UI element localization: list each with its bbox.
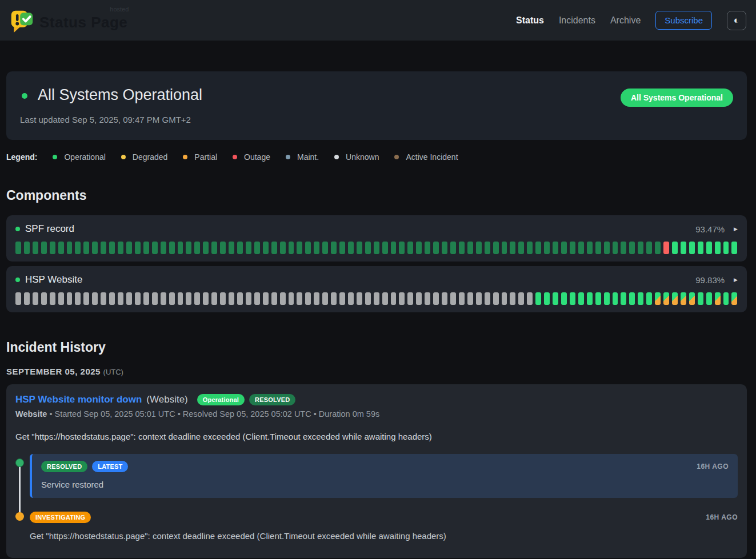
uptime-bar-operational-past[interactable] — [194, 242, 200, 254]
uptime-bar-operational[interactable] — [535, 292, 541, 305]
uptime-bar-unknown[interactable] — [382, 292, 388, 305]
uptime-bar-operational-past[interactable] — [314, 242, 319, 254]
uptime-bar-operational[interactable] — [544, 292, 550, 305]
uptime-bar-degraded-mixed[interactable] — [715, 292, 721, 305]
uptime-bar-operational-past[interactable] — [75, 242, 81, 254]
uptime-bar-unknown[interactable] — [67, 292, 73, 305]
uptime-bar-operational-past[interactable] — [237, 242, 243, 254]
uptime-bar-operational-past[interactable] — [527, 242, 533, 254]
uptime-bar-operational-past[interactable] — [271, 242, 277, 254]
uptime-bar-operational-past[interactable] — [178, 242, 183, 254]
uptime-bar-operational-past[interactable] — [365, 242, 371, 254]
uptime-bar-operational-past[interactable] — [109, 242, 115, 254]
uptime-bar-degraded-mixed[interactable] — [681, 292, 686, 305]
uptime-bar-operational-past[interactable] — [33, 242, 38, 254]
uptime-bar-unknown[interactable] — [194, 292, 200, 305]
uptime-bar-operational-past[interactable] — [41, 242, 47, 254]
uptime-bar-unknown[interactable] — [280, 292, 286, 305]
uptime-bar-unknown[interactable] — [126, 292, 132, 305]
theme-toggle-button[interactable]: ◐ — [727, 11, 746, 30]
uptime-bar-operational-past[interactable] — [254, 242, 260, 254]
uptime-bar-unknown[interactable] — [485, 292, 490, 305]
uptime-bar-operational[interactable] — [698, 242, 703, 254]
uptime-bar-unknown[interactable] — [211, 292, 217, 305]
uptime-bar-operational[interactable] — [553, 292, 558, 305]
uptime-bar-operational-past[interactable] — [561, 242, 567, 254]
uptime-bar-unknown[interactable] — [365, 292, 371, 305]
uptime-bar-unknown[interactable] — [399, 292, 405, 305]
uptime-bar-unknown[interactable] — [476, 292, 482, 305]
uptime-bar-unknown[interactable] — [391, 292, 397, 305]
uptime-bar-unknown[interactable] — [24, 292, 30, 305]
uptime-bar-operational-past[interactable] — [535, 242, 541, 254]
uptime-bar-operational-past[interactable] — [246, 242, 251, 254]
uptime-bar-operational[interactable] — [613, 292, 618, 305]
uptime-bar-unknown[interactable] — [357, 292, 362, 305]
uptime-bar-operational[interactable] — [689, 242, 695, 254]
uptime-bar-operational-past[interactable] — [646, 242, 652, 254]
uptime-bar-degraded-mixed[interactable] — [672, 292, 678, 305]
uptime-bar-unknown[interactable] — [518, 292, 524, 305]
uptime-bar-unknown[interactable] — [178, 292, 183, 305]
uptime-bar-unknown[interactable] — [92, 292, 98, 305]
uptime-bar-operational-past[interactable] — [442, 242, 447, 254]
uptime-bar-unknown[interactable] — [75, 292, 81, 305]
uptime-bar-unknown[interactable] — [169, 292, 175, 305]
uptime-bar-unknown[interactable] — [58, 292, 64, 305]
nav-archive[interactable]: Archive — [610, 15, 641, 26]
uptime-bar-unknown[interactable] — [467, 292, 473, 305]
uptime-bar-operational-past[interactable] — [450, 242, 456, 254]
uptime-bar-unknown[interactable] — [33, 292, 38, 305]
uptime-bar-unknown[interactable] — [109, 292, 115, 305]
uptime-bar-operational-past[interactable] — [58, 242, 64, 254]
uptime-bar-operational-past[interactable] — [24, 242, 30, 254]
uptime-bar-unknown[interactable] — [118, 292, 123, 305]
uptime-bar-operational-past[interactable] — [391, 242, 397, 254]
uptime-bar-operational-past[interactable] — [493, 242, 499, 254]
uptime-bar-unknown[interactable] — [254, 292, 260, 305]
uptime-bar-unknown[interactable] — [203, 292, 209, 305]
uptime-bar-operational[interactable] — [698, 292, 703, 305]
uptime-bar-operational-past[interactable] — [152, 242, 158, 254]
uptime-bar-operational-past[interactable] — [510, 242, 515, 254]
uptime-bar-operational-past[interactable] — [289, 242, 294, 254]
uptime-bar-operational-past[interactable] — [305, 242, 311, 254]
uptime-bar-unknown[interactable] — [143, 292, 149, 305]
uptime-bar-operational-past[interactable] — [67, 242, 73, 254]
uptime-bar-operational[interactable] — [672, 242, 678, 254]
uptime-bar-unknown[interactable] — [41, 292, 47, 305]
uptime-bar-operational-past[interactable] — [331, 242, 337, 254]
uptime-bar-operational-past[interactable] — [220, 242, 226, 254]
uptime-bar-degraded-mixed[interactable] — [689, 292, 695, 305]
uptime-bar-operational-past[interactable] — [621, 242, 626, 254]
uptime-bar-operational-past[interactable] — [135, 242, 141, 254]
uptime-bar-operational-past[interactable] — [655, 242, 661, 254]
uptime-bar-operational-past[interactable] — [629, 242, 635, 254]
uptime-bar-operational-past[interactable] — [485, 242, 490, 254]
uptime-bar-operational[interactable] — [681, 242, 686, 254]
uptime-bar-operational-past[interactable] — [502, 242, 507, 254]
uptime-bar-operational-past[interactable] — [467, 242, 473, 254]
uptime-bar-unknown[interactable] — [416, 292, 422, 305]
uptime-bar-operational-past[interactable] — [587, 242, 593, 254]
uptime-bar-unknown[interactable] — [101, 292, 106, 305]
uptime-bar-operational[interactable] — [723, 242, 729, 254]
uptime-bar-operational-past[interactable] — [322, 242, 328, 254]
uptime-bar-unknown[interactable] — [374, 292, 379, 305]
uptime-bar-operational-past[interactable] — [433, 242, 439, 254]
uptime-bar-unknown[interactable] — [459, 292, 465, 305]
uptime-bar-operational-past[interactable] — [348, 242, 354, 254]
uptime-bar-operational[interactable] — [638, 292, 643, 305]
uptime-bar-unknown[interactable] — [305, 292, 311, 305]
uptime-bar-operational-past[interactable] — [297, 242, 302, 254]
uptime-bar-operational-past[interactable] — [613, 242, 618, 254]
uptime-bar-operational-past[interactable] — [143, 242, 149, 254]
nav-incidents[interactable]: Incidents — [559, 15, 595, 26]
uptime-bar-operational[interactable] — [595, 292, 601, 305]
uptime-bar-operational-past[interactable] — [518, 242, 524, 254]
uptime-bar-unknown[interactable] — [50, 292, 55, 305]
uptime-bar-operational-past[interactable] — [186, 242, 191, 254]
uptime-bar-unknown[interactable] — [135, 292, 141, 305]
uptime-bar-operational[interactable] — [723, 292, 729, 305]
uptime-bar-unknown[interactable] — [502, 292, 507, 305]
